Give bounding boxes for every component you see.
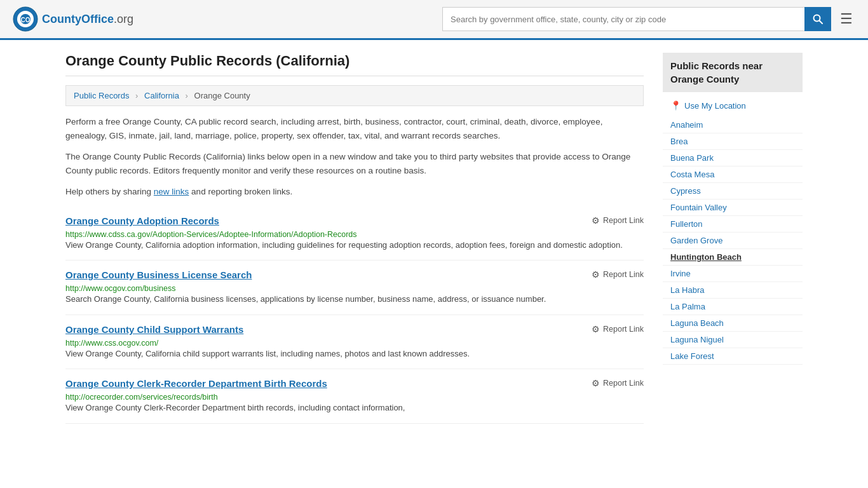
report-icon-1: ⚙ [592,269,600,280]
sidebar-link-buena-park[interactable]: Buena Park [663,150,803,166]
breadcrumb-public-records[interactable]: Public Records [74,91,129,100]
sidebar-link-fountain-valley[interactable]: Fountain Valley [663,200,803,216]
record-item: Orange County Child Support Warrants ⚙ R… [65,315,644,370]
logo-icon: CO [13,6,38,32]
report-label-0: Report Link [603,216,644,225]
record-header: Orange County Adoption Records ⚙ Report … [65,215,644,226]
record-desc-0: View Orange County, California adoption … [65,239,644,252]
record-title-2[interactable]: Orange County Child Support Warrants [65,324,243,335]
intro3-prefix: Help others by sharing [65,187,154,196]
record-url-1[interactable]: http://www.ocgov.com/business [65,284,175,293]
svg-text:CO: CO [21,17,31,24]
sidebar: Public Records near Orange County 📍 Use … [663,53,803,424]
record-header: Orange County Clerk-Recorder Department … [65,378,644,389]
record-item: Orange County Clerk-Recorder Department … [65,369,644,424]
logo-link[interactable]: CO CountyOffice.org [13,6,133,32]
record-title-0[interactable]: Orange County Adoption Records [65,215,219,226]
report-label-3: Report Link [603,379,644,388]
report-link-1[interactable]: ⚙ Report Link [592,269,644,280]
sidebar-link-laguna-beach[interactable]: Laguna Beach [663,315,803,332]
record-url-2[interactable]: http://www.css.ocgov.com/ [65,339,158,348]
breadcrumb-orange-county: Orange County [194,91,250,100]
site-header: CO CountyOffice.org ☰ [0,0,868,40]
record-title-3[interactable]: Orange County Clerk-Recorder Department … [65,378,327,389]
content-area: Orange County Public Records (California… [65,53,644,424]
sidebar-link-cypress[interactable]: Cypress [663,183,803,200]
breadcrumb-sep-2: › [186,91,188,100]
record-header: Orange County Child Support Warrants ⚙ R… [65,324,644,335]
sidebar-links: AnaheimBreaBuena ParkCosta MesaCypressFo… [663,117,803,365]
report-link-0[interactable]: ⚙ Report Link [592,215,644,226]
record-title-1[interactable]: Orange County Business License Search [65,269,252,280]
search-area: ☰ [442,7,855,31]
report-icon-2: ⚙ [592,324,600,334]
report-label-2: Report Link [603,325,644,334]
report-icon-0: ⚙ [592,215,600,226]
records-list: Orange County Adoption Records ⚙ Report … [65,207,644,424]
intro-paragraph-2: The Orange County Public Records (Califo… [65,150,644,177]
record-desc-1: Search Orange County, California busines… [65,293,644,306]
search-icon [813,14,823,24]
use-my-location-link[interactable]: 📍 Use My Location [663,97,803,117]
sidebar-link-la-palma[interactable]: La Palma [663,299,803,315]
sidebar-link-irvine[interactable]: Irvine [663,266,803,282]
sidebar-link-fullerton[interactable]: Fullerton [663,216,803,233]
breadcrumb-sep-1: › [135,91,138,100]
breadcrumb-california[interactable]: California [144,91,179,100]
sidebar-link-huntington-beach[interactable]: Huntington Beach [663,249,803,266]
record-url-0[interactable]: https://www.cdss.ca.gov/Adoption-Service… [65,230,357,239]
report-icon-3: ⚙ [592,378,600,388]
record-desc-2: View Orange County, California child sup… [65,348,644,360]
intro3-suffix: and reporting broken links. [189,187,292,196]
intro-paragraph-1: Perform a free Orange County, CA public … [65,115,644,142]
report-label-1: Report Link [603,270,644,279]
sidebar-link-costa-mesa[interactable]: Costa Mesa [663,166,803,183]
new-links-link[interactable]: new links [154,187,189,196]
sidebar-link-anaheim[interactable]: Anaheim [663,117,803,133]
record-header: Orange County Business License Search ⚙ … [65,269,644,280]
search-button[interactable] [804,7,831,31]
location-dot-icon: 📍 [670,100,681,111]
report-link-3[interactable]: ⚙ Report Link [592,378,644,388]
record-item: Orange County Business License Search ⚙ … [65,261,644,315]
main-container: Orange County Public Records (California… [53,40,815,437]
search-input[interactable] [442,7,804,31]
page-title: Orange County Public Records (California… [65,53,644,76]
logo-text: CountyOffice.org [42,13,133,26]
sidebar-link-laguna-niguel[interactable]: Laguna Niguel [663,332,803,348]
use-my-location-label: Use My Location [684,101,746,111]
sidebar-link-garden-grove[interactable]: Garden Grove [663,233,803,249]
report-link-2[interactable]: ⚙ Report Link [592,324,644,334]
sidebar-title: Public Records near Orange County [663,53,803,92]
intro-paragraph-3: Help others by sharing new links and rep… [65,185,644,199]
sidebar-link-lake-forest[interactable]: Lake Forest [663,348,803,365]
hamburger-menu-button[interactable]: ☰ [837,8,855,30]
record-item: Orange County Adoption Records ⚙ Report … [65,207,644,261]
breadcrumb: Public Records › California › Orange Cou… [65,85,644,106]
sidebar-link-brea[interactable]: Brea [663,133,803,150]
svg-line-5 [820,21,823,24]
sidebar-link-la-habra[interactable]: La Habra [663,282,803,299]
record-url-3[interactable]: http://ocrecorder.com/services/records/b… [65,393,218,402]
record-desc-3: View Orange County Clerk-Recorder Depart… [65,402,644,414]
